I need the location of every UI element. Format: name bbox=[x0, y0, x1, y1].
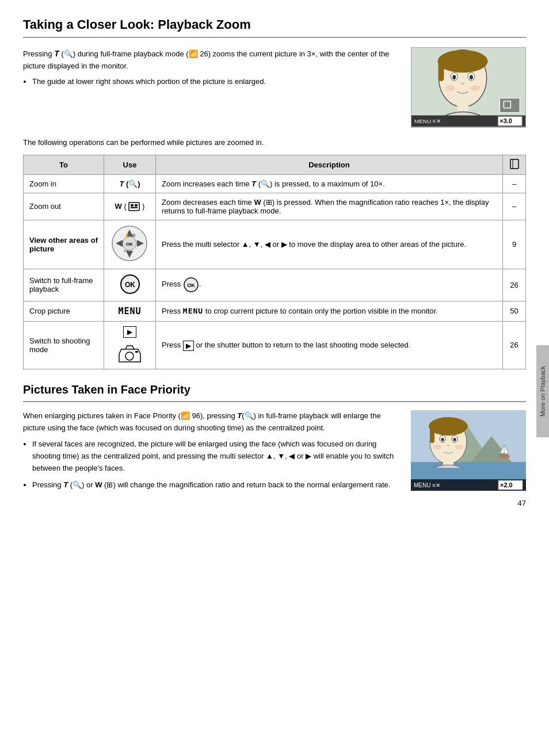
col-header-desc: Description bbox=[156, 155, 503, 174]
page-number: 47 bbox=[518, 499, 526, 507]
svg-point-2 bbox=[438, 50, 488, 73]
cell-desc: Press the multi selector ▲, ▼, ◀ or ▶ to… bbox=[156, 220, 503, 269]
cell-ref: 9 bbox=[503, 220, 526, 269]
svg-rect-48 bbox=[430, 423, 434, 443]
svg-point-7 bbox=[470, 75, 473, 79]
cell-ref: – bbox=[503, 193, 526, 220]
search-icon: 🔍 bbox=[64, 49, 73, 58]
cell-ref: 26 bbox=[503, 321, 526, 369]
cell-desc: Zoom decreases each time W (⊞) is presse… bbox=[156, 193, 503, 220]
ref-book-icon bbox=[509, 159, 520, 169]
table-row: View other areas of picture bbox=[24, 220, 526, 269]
svg-text:OK: OK bbox=[125, 281, 135, 289]
table-row: Zoom in T (🔍) Zoom increases each time T… bbox=[24, 174, 526, 193]
svg-point-5 bbox=[452, 75, 456, 79]
section2-bullet1: If several faces are recognized, the pic… bbox=[32, 438, 399, 474]
page: More on Playback Taking a Closer Look: P… bbox=[0, 0, 549, 519]
svg-rect-22 bbox=[135, 204, 138, 207]
cell-to: Zoom out bbox=[24, 193, 104, 220]
section2-bullet2: Pressing T (🔍) or W (⊞) will change the … bbox=[32, 479, 399, 491]
ops-intro-text: The following operations can be performe… bbox=[23, 137, 526, 149]
svg-point-38 bbox=[125, 352, 134, 360]
cell-use: OK ⚡ ▦ ↩ bbox=[104, 220, 156, 269]
cell-use: OK bbox=[104, 269, 156, 301]
svg-text:×3.0: ×3.0 bbox=[500, 117, 512, 124]
section2-title: Pictures Taken in Face Priority bbox=[23, 383, 526, 402]
cell-use: W ( ) bbox=[104, 193, 156, 220]
svg-point-9 bbox=[471, 85, 480, 91]
section2-text: When enlarging pictures taken in Face Pr… bbox=[23, 410, 399, 496]
ok-button-icon: OK bbox=[120, 274, 140, 295]
section2-paragraph: When enlarging pictures taken in Face Pr… bbox=[23, 410, 399, 434]
cell-use: MENU bbox=[104, 301, 156, 321]
svg-point-8 bbox=[445, 85, 455, 91]
intro-bullets: The guide at lower right shows which por… bbox=[32, 76, 399, 88]
svg-text:×2.0: ×2.0 bbox=[500, 482, 513, 488]
col-header-ref bbox=[503, 155, 526, 174]
cell-to: Switch to shooting mode bbox=[24, 321, 104, 369]
t-key: T bbox=[54, 49, 59, 58]
multi-selector-icon: OK ⚡ ▦ ↩ bbox=[111, 225, 148, 262]
cell-to: Zoom in bbox=[24, 174, 104, 193]
cell-to: Crop picture bbox=[24, 301, 104, 321]
svg-text:OK: OK bbox=[126, 242, 133, 247]
svg-point-54 bbox=[455, 445, 463, 449]
col-header-to: To bbox=[24, 155, 104, 174]
svg-point-45 bbox=[498, 454, 510, 459]
svg-rect-23 bbox=[131, 207, 138, 208]
svg-rect-20 bbox=[129, 203, 139, 211]
t-key-icon: T (🔍) bbox=[119, 180, 140, 188]
svg-text:OK: OK bbox=[187, 282, 195, 288]
table-row: Zoom out W ( ) Zoom decreases each time … bbox=[24, 193, 526, 220]
table-row: Switch to full-frame playback OK Press O… bbox=[24, 269, 526, 301]
col-header-use: Use bbox=[104, 155, 156, 174]
table-row: Switch to shooting mode ▶ bbox=[24, 321, 526, 369]
play-inline-icon: ▶ bbox=[183, 341, 194, 351]
svg-rect-17 bbox=[510, 159, 518, 169]
svg-text:MENU ≡✕: MENU ≡✕ bbox=[414, 118, 441, 124]
cell-ref: 26 bbox=[503, 269, 526, 301]
w-bracket-icon bbox=[128, 202, 140, 211]
svg-text:MENU ≡✕: MENU ≡✕ bbox=[414, 482, 440, 488]
cell-desc: Press ▶ or the shutter button to return … bbox=[156, 321, 503, 369]
table-row: Crop picture MENU Press MENU to crop cur… bbox=[24, 301, 526, 321]
svg-point-47 bbox=[429, 417, 468, 436]
side-tab-label: More on Playback bbox=[539, 366, 546, 417]
svg-text:⚡: ⚡ bbox=[124, 232, 129, 238]
svg-rect-3 bbox=[439, 59, 444, 82]
cell-use: ▶ bbox=[104, 321, 156, 369]
w-key-icon: W ( ) bbox=[115, 202, 145, 211]
svg-rect-21 bbox=[131, 204, 134, 207]
section2-bullets: If several faces are recognized, the pic… bbox=[32, 438, 399, 491]
cell-ref: 50 bbox=[503, 301, 526, 321]
cell-desc: Press OK . bbox=[156, 269, 503, 301]
shutter-icon bbox=[117, 342, 143, 364]
section2-block: When enlarging pictures taken in Face Pr… bbox=[23, 410, 526, 496]
svg-text:▦: ▦ bbox=[132, 233, 136, 237]
svg-point-53 bbox=[433, 445, 441, 449]
svg-point-52 bbox=[453, 438, 456, 441]
cell-to: Switch to full-frame playback bbox=[24, 269, 104, 301]
cell-desc: Zoom increases each time T (🔍) is presse… bbox=[156, 174, 503, 193]
cell-to: View other areas of picture bbox=[24, 220, 104, 269]
operations-table: To Use Description Zoom in T (🔍) bbox=[23, 155, 526, 369]
ref-icon1: 📶 bbox=[189, 49, 198, 58]
zoom-illustration: MENU ≡✕ ×3.0 bbox=[411, 47, 525, 127]
intro-text: Pressing T (🔍) during full-frame playbac… bbox=[23, 47, 399, 128]
play-button-icon: ▶ bbox=[123, 326, 136, 338]
section1-title: Taking a Closer Look: Playback Zoom bbox=[23, 17, 526, 38]
ok-inline-icon: OK bbox=[183, 277, 199, 293]
intro-block: Pressing T (🔍) during full-frame playbac… bbox=[23, 47, 526, 128]
svg-rect-39 bbox=[135, 351, 138, 353]
svg-text:↩: ↩ bbox=[124, 248, 128, 254]
svg-rect-15 bbox=[500, 98, 520, 113]
intro-image: MENU ≡✕ ×3.0 bbox=[411, 47, 526, 128]
cell-ref: – bbox=[503, 174, 526, 193]
side-tab: More on Playback bbox=[536, 345, 549, 437]
face-priority-illustration: MENU ≡✕ ×2.0 bbox=[411, 410, 526, 491]
cell-use: T (🔍) bbox=[104, 174, 156, 193]
svg-point-50 bbox=[441, 438, 444, 441]
intro-paragraph: Pressing T (🔍) during full-frame playbac… bbox=[23, 47, 399, 72]
intro-bullet1: The guide at lower right shows which por… bbox=[32, 76, 399, 88]
menu-key-icon: MENU bbox=[118, 306, 141, 316]
